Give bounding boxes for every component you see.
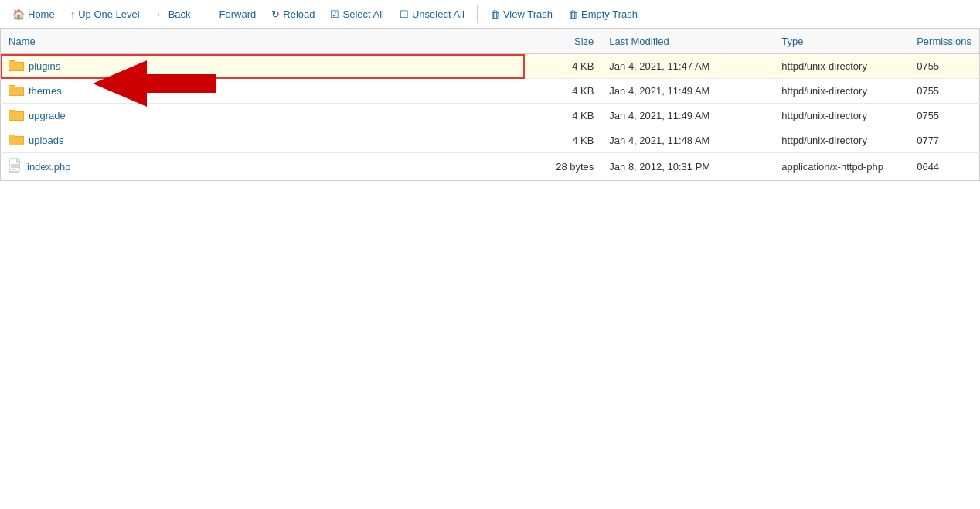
- home-button[interactable]: 🏠 Home: [6, 5, 61, 23]
- folder-icon: [9, 59, 24, 73]
- file-type: httpd/unix-directory: [774, 104, 909, 128]
- file-name: uploads: [29, 135, 64, 146]
- reload-button[interactable]: ↻ Reload: [265, 5, 321, 23]
- table-row[interactable]: plugins4 KBJan 4, 2021, 11:47 AMhttpd/un…: [1, 54, 980, 79]
- back-icon: ←: [155, 9, 165, 20]
- forward-icon: →: [206, 9, 216, 20]
- file-name: themes: [29, 85, 62, 97]
- folder-icon: [9, 133, 24, 148]
- select-all-label: Select All: [342, 9, 383, 20]
- unselect-all-label: Unselect All: [412, 9, 464, 20]
- up-one-level-button[interactable]: ↑ Up One Level: [64, 5, 146, 23]
- up-icon: ↑: [70, 9, 76, 20]
- forward-label: Forward: [219, 9, 257, 20]
- file-table-body: plugins4 KBJan 4, 2021, 11:47 AMhttpd/un…: [1, 54, 980, 181]
- file-type: httpd/unix-directory: [774, 54, 909, 79]
- file-size: 28 bytes: [525, 153, 602, 181]
- svg-rect-8: [9, 87, 23, 95]
- unselect-all-button[interactable]: ☐ Unselect All: [393, 5, 471, 23]
- file-name: upgrade: [29, 110, 66, 121]
- svg-rect-9: [9, 86, 15, 88]
- unselect-all-icon: ☐: [400, 9, 409, 20]
- col-header-size[interactable]: Size: [525, 29, 602, 54]
- file-permissions: 0755: [909, 54, 979, 79]
- toolbar-separator: [477, 5, 478, 23]
- select-all-button[interactable]: ☑ Select All: [324, 5, 390, 23]
- table-row[interactable]: themes4 KBJan 4, 2021, 11:49 AMhttpd/uni…: [1, 79, 980, 104]
- col-header-name[interactable]: Name: [1, 29, 525, 54]
- file-permissions: 0755: [909, 104, 979, 128]
- file-icon: [9, 158, 22, 176]
- file-type: httpd/unix-directory: [774, 128, 909, 153]
- table-header-row: Name Size Last Modified Type Permissions: [1, 29, 980, 54]
- table-row[interactable]: uploads4 KBJan 4, 2021, 11:48 AMhttpd/un…: [1, 128, 980, 153]
- file-size: 4 KB: [525, 104, 602, 128]
- file-modified: Jan 4, 2021, 11:47 AM: [601, 54, 774, 79]
- back-button[interactable]: ← Back: [149, 5, 197, 23]
- empty-trash-button[interactable]: 🗑 Empty Trash: [562, 5, 644, 23]
- file-permissions: 0755: [909, 79, 979, 104]
- file-size: 4 KB: [525, 128, 602, 153]
- svg-rect-3: [9, 63, 23, 70]
- home-label: Home: [28, 9, 55, 20]
- forward-button[interactable]: → Forward: [200, 5, 263, 23]
- svg-rect-18: [9, 137, 23, 145]
- back-label: Back: [168, 9, 191, 20]
- file-type: application/x-httpd-php: [774, 153, 909, 181]
- file-permissions: 0777: [909, 128, 979, 153]
- view-trash-label: View Trash: [503, 9, 553, 20]
- svg-rect-14: [9, 111, 15, 113]
- col-header-type[interactable]: Type: [774, 29, 909, 54]
- svg-rect-4: [9, 61, 15, 63]
- file-modified: Jan 4, 2021, 11:49 AM: [601, 104, 774, 128]
- file-type: httpd/unix-directory: [774, 79, 909, 104]
- folder-icon: [9, 108, 24, 123]
- svg-rect-19: [9, 135, 15, 138]
- view-trash-icon: 🗑: [490, 9, 500, 20]
- table-row[interactable]: index.php28 bytesJan 8, 2012, 10:31 PMap…: [1, 153, 980, 181]
- table-row[interactable]: upgrade4 KBJan 4, 2021, 11:49 AMhttpd/un…: [1, 104, 980, 128]
- file-name: index.php: [27, 161, 70, 173]
- home-icon: 🏠: [12, 9, 25, 20]
- up-one-level-label: Up One Level: [78, 9, 140, 20]
- col-header-modified[interactable]: Last Modified: [601, 29, 774, 54]
- reload-icon: ↻: [271, 9, 280, 20]
- empty-trash-icon: 🗑: [568, 9, 578, 20]
- col-header-permissions[interactable]: Permissions: [909, 29, 979, 54]
- file-permissions: 0644: [909, 153, 979, 181]
- file-size: 4 KB: [525, 79, 602, 104]
- page-wrapper: 🏠 Home ↑ Up One Level ← Back → Forward ↻…: [0, 0, 980, 509]
- empty-trash-label: Empty Trash: [581, 9, 638, 20]
- folder-icon: [9, 84, 24, 98]
- view-trash-button[interactable]: 🗑 View Trash: [484, 5, 559, 23]
- file-table: Name Size Last Modified Type Permissions…: [0, 29, 980, 181]
- file-size: 4 KB: [525, 54, 602, 79]
- file-modified: Jan 4, 2021, 11:48 AM: [601, 128, 774, 153]
- file-modified: Jan 4, 2021, 11:49 AM: [601, 79, 774, 104]
- svg-rect-13: [9, 112, 23, 120]
- file-modified: Jan 8, 2012, 10:31 PM: [601, 153, 774, 181]
- file-name: plugins: [29, 60, 60, 72]
- select-all-icon: ☑: [330, 9, 339, 20]
- reload-label: Reload: [283, 9, 315, 20]
- toolbar: 🏠 Home ↑ Up One Level ← Back → Forward ↻…: [0, 0, 980, 29]
